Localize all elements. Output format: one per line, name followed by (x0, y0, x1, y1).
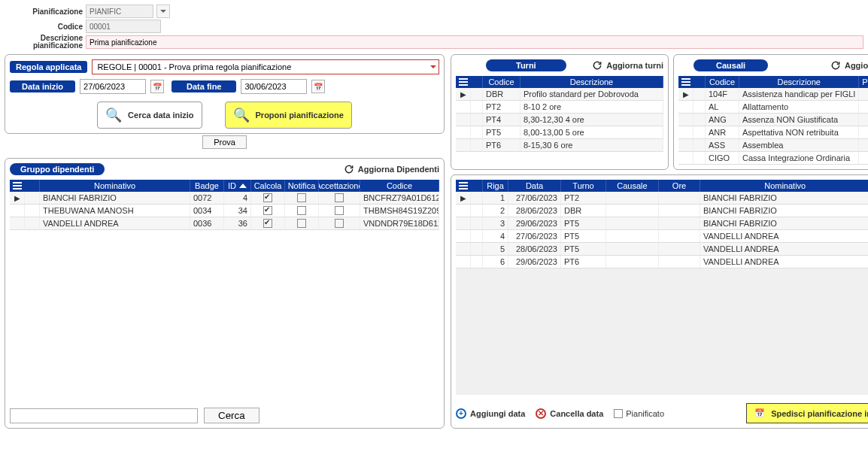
checkbox[interactable] (335, 219, 344, 228)
codice-label: Codice (5, 23, 83, 31)
spedisci-button[interactable]: 📅 Spedisci pianificazione in Present (746, 403, 868, 423)
rule-panel: Regola applicata Data inizio 📅 Data fine… (5, 54, 445, 134)
table-row[interactable]: 4 27/06/2023 PT5 VANDELLI ANDREA 36 (456, 230, 868, 243)
checkbox[interactable] (263, 219, 272, 228)
table-row[interactable]: ▶ 1 27/06/2023 PT2 BIANCHI FABRIZIO 4 (456, 192, 868, 205)
table-row[interactable]: ▶ BIANCHI FABRIZIO 0072 4 BNCFRZ79A01D61… (10, 192, 439, 205)
menu-icon[interactable] (678, 76, 693, 88)
calendar-icon[interactable]: 📅 (150, 80, 164, 93)
col-riga[interactable]: Riga (483, 180, 508, 192)
col-nominativo[interactable]: Nominativo (40, 180, 190, 192)
gruppo-title: Gruppo dipendenti (10, 163, 105, 175)
table-row[interactable]: 2 28/06/2023 DBR BIANCHI FABRIZIO 4 (456, 205, 868, 217)
col-notifica[interactable]: Notifica (285, 180, 319, 192)
col-badge[interactable]: Badge (190, 180, 224, 192)
causali-title: Causali (693, 59, 768, 71)
col-causale[interactable]: Causale (606, 180, 659, 192)
menu-icon[interactable] (456, 180, 471, 192)
turni-panel: Turni Aggiorna turni Codice Descrizione … (451, 54, 669, 170)
menu-icon[interactable] (10, 180, 25, 192)
proponi-button[interactable]: 🔍 Proponi pianificazione (225, 102, 352, 129)
col-calcola[interactable]: Calcola (251, 180, 285, 192)
header-form: Pianificazione Codice Descrizione pianif… (5, 5, 863, 50)
gruppo-cerca-button[interactable]: Cerca (204, 408, 259, 423)
causali-panel: Causali Aggiorna Causali Codice Descrizi… (673, 54, 868, 170)
codice-input[interactable] (86, 20, 161, 33)
col-codice[interactable]: Codice (483, 76, 520, 88)
col-codice[interactable]: Codice (360, 180, 439, 192)
turni-title: Turni (486, 59, 566, 71)
refresh-icon (592, 60, 602, 71)
regola-combo[interactable] (92, 59, 439, 74)
data-fine-label: Data fine (171, 80, 236, 92)
data-fine-input[interactable] (241, 79, 307, 94)
table-row[interactable]: PT4 8,30-12,30 4 ore (456, 114, 663, 126)
checkbox[interactable] (297, 206, 306, 215)
checkbox[interactable] (335, 193, 344, 202)
col-codice[interactable]: Codice (706, 76, 739, 88)
prova-button[interactable]: Prova (202, 135, 247, 149)
col-turno[interactable]: Turno (561, 180, 606, 192)
refresh-icon (344, 164, 354, 174)
table-row[interactable]: PT2 8-10 2 ore (456, 101, 663, 114)
col-id[interactable]: ID (224, 180, 251, 192)
col-ore[interactable]: Ore (659, 180, 700, 192)
refresh-turni-button[interactable]: Aggiorna turni (592, 60, 663, 71)
table-row[interactable]: CIGO Cassa Integrazione Ordinaria (678, 152, 868, 165)
gruppo-search-input[interactable] (10, 408, 198, 423)
table-row[interactable]: VANDELLI ANDREA 0036 36 VNDNDR79E18D612O (10, 217, 439, 230)
cancella-data-button[interactable]: ✕ Cancella data (536, 408, 603, 419)
table-row[interactable]: 3 29/06/2023 PT5 BIANCHI FABRIZIO 4 (456, 217, 868, 230)
table-row[interactable]: THEBUWANA MANOSH 0034 34 THBMSH84S19Z209… (10, 205, 439, 217)
col-presenza[interactable]: Presenza (859, 76, 868, 88)
pianificazione-dropdown[interactable] (156, 5, 170, 18)
descrizione-input[interactable] (86, 35, 863, 49)
regola-applicata-label: Regola applicata (10, 61, 87, 73)
table-row[interactable]: AL Allattamento (678, 101, 868, 114)
aggiungi-data-button[interactable]: + Aggiungi data (456, 408, 525, 419)
data-inizio-input[interactable] (80, 79, 146, 94)
checkbox[interactable] (297, 219, 306, 228)
refresh-causali-button[interactable]: Aggiorna Causali (830, 60, 868, 71)
gruppo-panel: Gruppo dipendenti Aggiorna Dipendenti No… (5, 158, 445, 429)
col-nominativo[interactable]: Nominativo (700, 180, 868, 192)
refresh-dipendenti-button[interactable]: Aggiorna Dipendenti (344, 164, 439, 174)
menu-icon[interactable] (456, 76, 471, 88)
col-data[interactable]: Data (508, 180, 561, 192)
checkbox[interactable] (263, 206, 272, 215)
table-row[interactable]: ANG Assenza NON Giustificata (678, 114, 868, 126)
regola-input[interactable] (93, 60, 428, 74)
data-inizio-label: Data inizio (10, 80, 75, 92)
table-row[interactable]: 5 28/06/2023 PT5 VANDELLI ANDREA 36 (456, 243, 868, 256)
col-accettazione[interactable]: Accettazione (319, 180, 360, 192)
pianificazione-label: Pianificazione (5, 8, 83, 16)
checkbox[interactable] (335, 206, 344, 215)
pianificazione-input[interactable] (86, 5, 153, 18)
table-row[interactable]: ANR Aspettativa NON retribuita (678, 126, 868, 139)
plan-panel: Riga Data Turno Causale Ore Nominativo I… (451, 174, 868, 429)
delete-icon: ✕ (536, 408, 546, 419)
table-row[interactable]: ▶ DBR Profilo standard per Dobrovoda (456, 88, 663, 101)
pianificato-checkbox[interactable]: Pianificato (614, 409, 664, 418)
table-row[interactable]: ASS Assemblea (678, 139, 868, 152)
checkbox[interactable] (263, 193, 272, 202)
calendar-icon[interactable]: 📅 (311, 80, 325, 93)
plus-icon: + (456, 408, 466, 419)
checkbox[interactable] (297, 193, 306, 202)
refresh-icon (830, 60, 841, 71)
search-icon: 🔍 (233, 107, 250, 123)
table-row[interactable]: 6 29/06/2023 PT6 VANDELLI ANDREA 36 (456, 256, 868, 268)
calendar-send-icon: 📅 (754, 408, 765, 418)
search-icon: 🔍 (105, 107, 122, 123)
col-descrizione[interactable]: Descrizione (739, 76, 859, 88)
table-row[interactable]: PT6 8-15,30 6 ore (456, 139, 663, 152)
col-descrizione[interactable]: Descrizione (520, 76, 663, 88)
table-row[interactable]: PT5 8,00-13,00 5 ore (456, 126, 663, 139)
descrizione-label: Descrizione pianificazione (5, 35, 83, 50)
table-row[interactable]: ▶ 104F Assistenza handicap per FIGLI (678, 88, 868, 101)
cerca-data-button[interactable]: 🔍 Cerca data inizio (97, 102, 202, 129)
